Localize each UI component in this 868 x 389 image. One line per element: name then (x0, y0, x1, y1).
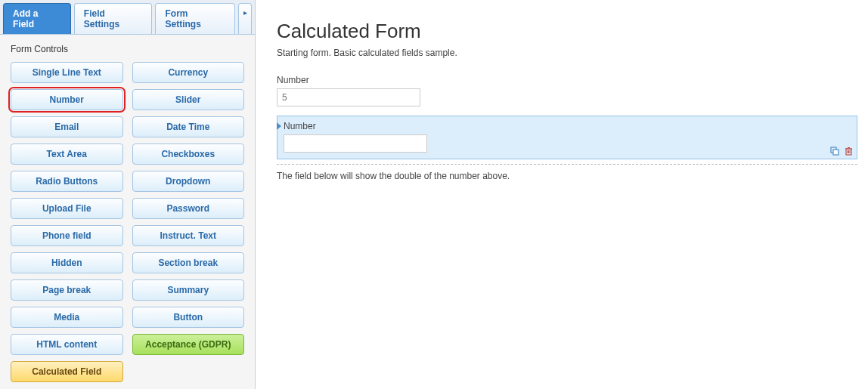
number-input[interactable] (284, 134, 427, 153)
control-section-break[interactable]: Section break (132, 252, 245, 273)
control-number[interactable]: Number (11, 89, 123, 110)
number-input[interactable] (277, 88, 420, 107)
controls-grid: Single Line TextCurrencyNumberSliderEmai… (11, 62, 244, 382)
form-field-number-1[interactable]: Number (277, 75, 857, 107)
form-canvas: Calculated Form Starting form. Basic cal… (256, 0, 868, 389)
control-date-time[interactable]: Date Time (132, 116, 245, 137)
control-single-line-text[interactable]: Single Line Text (11, 62, 123, 83)
control-slider[interactable]: Slider (132, 89, 245, 110)
control-password[interactable]: Password (132, 198, 245, 219)
control-dropdown[interactable]: Dropdown (132, 171, 245, 192)
svg-rect-1 (833, 150, 839, 155)
control-page-break[interactable]: Page break (11, 279, 123, 301)
control-button[interactable]: Button (132, 307, 245, 328)
form-description: Starting form. Basic calculated fields s… (277, 48, 857, 58)
control-text-area[interactable]: Text Area (11, 144, 123, 165)
control-calculated-field[interactable]: Calculated Field (11, 361, 123, 382)
help-text: The field below will show the double of … (277, 171, 857, 181)
control-media[interactable]: Media (11, 307, 123, 328)
control-instruct-text[interactable]: Instruct. Text (132, 225, 245, 246)
control-phone-field[interactable]: Phone field (11, 225, 123, 246)
control-acceptance-gdpr[interactable]: Acceptance (GDPR) (132, 334, 245, 355)
control-html-content[interactable]: HTML content (11, 334, 123, 355)
control-checkboxes[interactable]: Checkboxes (132, 144, 245, 165)
control-currency[interactable]: Currency (132, 62, 245, 83)
sidebar: Add a Field Field Settings Form Settings… (0, 0, 256, 389)
section-form-controls: Form Controls (11, 44, 244, 54)
duplicate-icon[interactable] (829, 146, 840, 156)
delete-icon[interactable] (843, 146, 854, 156)
field-label: Number (277, 75, 857, 85)
tab-add-field[interactable]: Add a Field (3, 3, 71, 34)
field-actions (829, 146, 854, 156)
sidebar-body: Form Controls Single Line TextCurrencyNu… (0, 35, 255, 389)
separator (277, 164, 857, 165)
tab-scroll-right[interactable]: ▸ (238, 3, 252, 34)
field-label: Number (284, 121, 851, 131)
control-summary[interactable]: Summary (132, 279, 245, 301)
tab-form-settings[interactable]: Form Settings (155, 3, 235, 34)
control-upload-file[interactable]: Upload File (11, 198, 123, 219)
tab-field-settings[interactable]: Field Settings (74, 3, 153, 34)
control-hidden[interactable]: Hidden (11, 252, 123, 273)
control-email[interactable]: Email (11, 116, 123, 137)
control-radio-buttons[interactable]: Radio Buttons (11, 171, 123, 192)
form-field-number-2-selected[interactable]: Number (277, 116, 857, 159)
form-title: Calculated Form (277, 20, 857, 43)
tab-bar: Add a Field Field Settings Form Settings… (0, 0, 255, 35)
